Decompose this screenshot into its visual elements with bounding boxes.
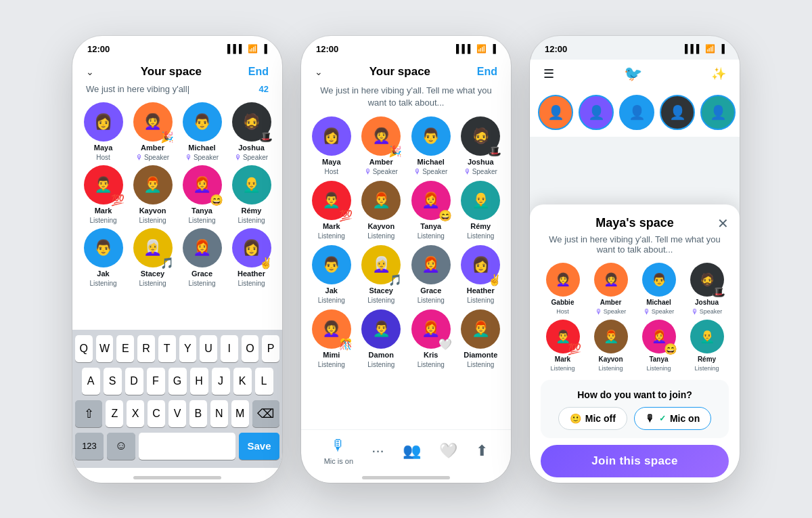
participant-tanya[interactable]: 👩‍🦰😄TanyaListening: [179, 165, 225, 224]
participant-kayvon[interactable]: 👨‍🦰KayvonListening: [589, 320, 633, 372]
key-delete[interactable]: ⌫: [252, 400, 279, 427]
participant-gabbie[interactable]: 👩‍🦱GabbieHost: [541, 263, 585, 316]
hamburger-icon[interactable]: ☰: [543, 66, 554, 81]
avatar-michael: 👨: [183, 102, 222, 142]
end-button-1[interactable]: End: [248, 66, 269, 78]
story-2[interactable]: 👤: [579, 95, 614, 130]
participant-heather[interactable]: 👩✌️HeatherListening: [459, 245, 503, 304]
mic-off-button[interactable]: 🙂 Mic off: [558, 407, 627, 430]
key-shift[interactable]: ⇧: [75, 400, 102, 427]
participant-maya[interactable]: 👩MayaHost: [309, 116, 354, 175]
key-r[interactable]: R: [137, 335, 155, 362]
avatar-emoji-heather: ✌️: [488, 275, 501, 286]
heart-button[interactable]: 🤍: [439, 442, 457, 460]
participant-kayvon[interactable]: 👨‍🦰KayvonListening: [130, 165, 175, 224]
participant-michael[interactable]: 👨Michael🎙Speaker: [409, 116, 453, 175]
key-s[interactable]: S: [104, 368, 122, 395]
participant-mark[interactable]: 👨‍🦱💯MarkListening: [309, 181, 354, 240]
participant-rémy[interactable]: 👨‍🦲RémyListening: [229, 165, 274, 224]
sparkle-icon[interactable]: ✨: [711, 66, 726, 81]
participant-joshua[interactable]: 🧔🎩Joshua🎙Speaker: [459, 116, 503, 175]
participant-rémy[interactable]: 👨‍🦲RémyListening: [459, 181, 503, 240]
close-button[interactable]: ✕: [708, 215, 729, 232]
avatar-wrap-kayvon: 👨‍🦰: [594, 320, 628, 353]
key-w[interactable]: W: [96, 335, 114, 362]
participant-michael[interactable]: 👨Michael🎙Speaker: [637, 263, 681, 316]
participant-grace[interactable]: 👩‍🦰GraceListening: [409, 245, 453, 304]
participant-tanya[interactable]: 👩‍🦰😄TanyaListening: [637, 320, 681, 372]
key-h[interactable]: H: [190, 368, 208, 395]
people-button[interactable]: 👥: [403, 442, 421, 460]
participant-tanya[interactable]: 👩‍🦰😄TanyaListening: [409, 181, 453, 240]
key-emoji[interactable]: ☺: [107, 433, 135, 460]
participant-role: 🎙Speaker: [136, 154, 169, 161]
key-c[interactable]: C: [148, 400, 165, 427]
key-i[interactable]: I: [221, 335, 238, 362]
key-v[interactable]: V: [168, 400, 186, 427]
participant-jak[interactable]: 👨JakListening: [309, 245, 354, 304]
end-button-2[interactable]: End: [477, 66, 497, 78]
save-button[interactable]: Save: [239, 433, 279, 460]
story-5[interactable]: 👤: [700, 95, 736, 130]
story-4[interactable]: 👤: [660, 95, 695, 130]
participant-mark[interactable]: 👨‍🦱💯MarkListening: [541, 320, 585, 372]
avatar-wrap-michael: 👨: [411, 116, 451, 156]
participant-stacey[interactable]: 👩‍🦳🎵StaceyListening: [359, 245, 404, 304]
participant-damon[interactable]: 👨‍🦱DamonListening: [359, 309, 404, 368]
key-m[interactable]: M: [231, 400, 249, 427]
key-g[interactable]: G: [168, 368, 187, 395]
key-p[interactable]: P: [262, 335, 279, 362]
participant-rémy[interactable]: 👨‍🦲RémyListening: [685, 320, 729, 372]
key-e[interactable]: E: [116, 335, 134, 362]
participant-heather[interactable]: 👩✌️HeatherListening: [229, 228, 274, 287]
join-space-button[interactable]: Join this space: [541, 445, 729, 477]
story-3[interactable]: 👤: [619, 95, 654, 130]
key-a[interactable]: A: [82, 368, 100, 395]
mic-on-button[interactable]: 🎙 ✓ Mic on: [634, 407, 711, 430]
join-buttons: 🙂 Mic off 🎙 ✓ Mic on: [549, 407, 721, 430]
participant-joshua[interactable]: 🧔🎩Joshua🎙Speaker: [685, 263, 729, 316]
key-n[interactable]: N: [210, 400, 228, 427]
share-button[interactable]: ⬆: [476, 442, 488, 460]
story-1[interactable]: 👤: [538, 95, 573, 130]
participant-amber[interactable]: 👩‍🦱Amber🎙Speaker: [589, 263, 633, 316]
participant-mimi[interactable]: 👩‍🦱🎊MimiListening: [309, 309, 354, 368]
participant-stacey[interactable]: 👩‍🦳🎵StaceyListening: [130, 228, 175, 287]
phone-1: 12:00 ▌▌▌ 📶 ▐ ⌄ Your space End We just i…: [72, 36, 282, 483]
mic-button[interactable]: 🎙 Mic is on: [324, 437, 353, 465]
participant-role: Listening: [89, 280, 116, 287]
key-123[interactable]: 123: [75, 433, 104, 460]
key-x[interactable]: X: [127, 400, 144, 427]
participant-maya[interactable]: 👩MayaHost: [81, 102, 126, 161]
avatar-grace: 👩‍🦰: [183, 228, 222, 267]
participant-kris[interactable]: 👩‍🦰🤍KrisListening: [409, 309, 453, 368]
participant-amber[interactable]: 👩‍🦱🎉Amber🎙Speaker: [130, 102, 175, 161]
key-z[interactable]: Z: [106, 400, 123, 427]
key-q[interactable]: Q: [75, 335, 93, 362]
participant-grace[interactable]: 👩‍🦰GraceListening: [179, 228, 225, 287]
key-d[interactable]: D: [125, 368, 143, 395]
space-header-1: ⌄ Your space End: [72, 60, 282, 81]
key-y[interactable]: Y: [179, 335, 197, 362]
key-b[interactable]: B: [189, 400, 207, 427]
more-button[interactable]: ···: [371, 442, 384, 460]
participant-amber[interactable]: 👩‍🦱🎉Amber🎙Speaker: [359, 116, 404, 175]
participant-michael[interactable]: 👨Michael🎙Speaker: [179, 102, 225, 161]
key-o[interactable]: O: [242, 335, 259, 362]
participant-jak[interactable]: 👨JakListening: [81, 228, 126, 287]
key-f[interactable]: F: [147, 368, 165, 395]
participant-kayvon[interactable]: 👨‍🦰KayvonListening: [359, 181, 404, 240]
key-l[interactable]: L: [255, 368, 273, 395]
key-space[interactable]: [139, 433, 235, 460]
key-t[interactable]: T: [158, 335, 176, 362]
chevron-down-icon[interactable]: ⌄: [86, 66, 94, 77]
participant-joshua[interactable]: 🧔🎩Joshua🎙Speaker: [229, 102, 274, 161]
key-j[interactable]: J: [212, 368, 230, 395]
participant-diamonte[interactable]: 👨‍🦰DiamonteListening: [459, 309, 503, 368]
role-label: Speaker: [700, 308, 723, 315]
chevron-down-icon-2[interactable]: ⌄: [315, 66, 323, 77]
participant-mark[interactable]: 👨‍🦱💯MarkListening: [81, 165, 126, 224]
key-k[interactable]: K: [233, 368, 252, 395]
participant-role: Listening: [550, 365, 574, 372]
key-u[interactable]: U: [200, 335, 217, 362]
